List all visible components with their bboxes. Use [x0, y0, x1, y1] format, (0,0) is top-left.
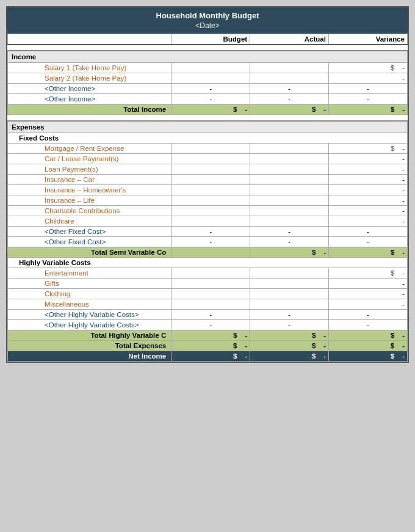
salary2-actual[interactable] [250, 73, 329, 84]
fixed-costs-header: Fixed Costs [8, 133, 408, 143]
ins-car-budget[interactable] [171, 174, 250, 184]
clothing-budget[interactable] [171, 288, 250, 299]
total-var-budget: $ - [171, 330, 250, 340]
total-var-actual: $ - [250, 330, 329, 340]
other-fixed1-budget[interactable]: - [171, 226, 250, 236]
other-var1-budget[interactable]: - [171, 309, 250, 319]
total-income-variance: $ - [328, 104, 407, 115]
gifts-budget[interactable] [171, 278, 250, 288]
other-var1-variance: - [328, 309, 407, 319]
table-row: <Other Fixed Cost> - - - [8, 226, 408, 236]
other-var1-actual[interactable]: - [250, 309, 329, 319]
entertainment-budget[interactable] [171, 268, 250, 278]
salary1-budget[interactable] [171, 63, 250, 73]
ins-life-budget[interactable] [171, 195, 250, 205]
salary2-budget[interactable] [171, 73, 250, 84]
other-fixed2-label: <Other Fixed Cost> [8, 236, 171, 247]
ins-car-variance: - [328, 174, 407, 184]
total-semi-variance: $ - [328, 247, 407, 257]
loan-label: Loan Payment(s) [8, 164, 171, 174]
gifts-actual[interactable] [250, 278, 329, 288]
misc-budget[interactable] [171, 299, 250, 309]
other-var2-label: <Other Highly Variable Costs> [8, 319, 171, 330]
other-income2-actual[interactable]: - [250, 94, 329, 104]
col-header-label [8, 34, 171, 45]
car-actual[interactable] [250, 153, 329, 164]
loan-variance: - [328, 164, 407, 174]
salary2-label: Salary 2 (Take Home Pay) [8, 73, 171, 84]
other-income1-budget[interactable]: - [171, 84, 250, 94]
total-expenses-actual: $ - [250, 340, 329, 351]
table-row: Clothing - [8, 288, 408, 299]
total-income-label: Total Income [8, 104, 171, 115]
entertainment-label: Entertainment [8, 268, 171, 278]
total-highly-variable-row: Total Highly Variable C $ - $ - $ - [8, 330, 408, 340]
entertainment-actual[interactable] [250, 268, 329, 278]
total-semi-variable-row: Total Semi Variable Co $ - $ - [8, 247, 408, 257]
other-fixed2-budget[interactable]: - [171, 236, 250, 247]
other-income2-budget[interactable]: - [171, 94, 250, 104]
salary1-variance: $ - [328, 63, 407, 73]
table-row: Gifts - [8, 278, 408, 288]
spreadsheet: Household Monthly Budget <Date> Budget A… [6, 6, 409, 363]
ins-home-actual[interactable] [250, 184, 329, 195]
col-header-variance: Variance [328, 34, 407, 45]
total-expenses-budget: $ - [171, 340, 250, 351]
table-row: Miscellaneous - [8, 299, 408, 309]
table-row: <Other Highly Variable Costs> - - - [8, 319, 408, 330]
other-income1-actual[interactable]: - [250, 84, 329, 94]
other-var2-actual[interactable]: - [250, 319, 329, 330]
net-income-row: Net Income $ - $ - $ - [8, 351, 408, 361]
total-expenses-variance: $ - [328, 340, 407, 351]
salary1-actual[interactable] [250, 63, 329, 73]
table-row: Childcare - [8, 216, 408, 226]
mortgage-budget[interactable] [171, 143, 250, 153]
table-row: Salary 2 (Take Home Pay) - [8, 73, 408, 84]
charitable-budget[interactable] [171, 205, 250, 216]
ins-life-actual[interactable] [250, 195, 329, 205]
total-income-actual: $ - [250, 104, 329, 115]
car-budget[interactable] [171, 153, 250, 164]
table-row: Entertainment $ - [8, 268, 408, 278]
header-title: Household Monthly Budget [7, 7, 408, 21]
other-fixed2-actual[interactable]: - [250, 236, 329, 247]
table-row: <Other Highly Variable Costs> - - - [8, 309, 408, 319]
other-income1-label: <Other Income> [8, 84, 171, 94]
table-row: <Other Income> - - - [8, 84, 408, 94]
total-semi-actual: $ - [250, 247, 329, 257]
misc-actual[interactable] [250, 299, 329, 309]
table-row: Insurance – Life - [8, 195, 408, 205]
total-expenses-row: Total Expenses $ - $ - $ - [8, 340, 408, 351]
childcare-actual[interactable] [250, 216, 329, 226]
total-income-row: Total Income $ - $ - $ - [8, 104, 408, 115]
table-row: Car / Lease Payment(s) - [8, 153, 408, 164]
total-semi-label: Total Semi Variable Co [8, 247, 171, 257]
net-income-variance: $ - [328, 351, 407, 361]
other-income1-variance: - [328, 84, 407, 94]
charitable-actual[interactable] [250, 205, 329, 216]
car-variance: - [328, 153, 407, 164]
other-fixed1-actual[interactable]: - [250, 226, 329, 236]
header-date: <Date> [7, 21, 408, 34]
total-semi-budget [171, 247, 250, 257]
loan-actual[interactable] [250, 164, 329, 174]
clothing-variance: - [328, 288, 407, 299]
ins-life-label: Insurance – Life [8, 195, 171, 205]
table-row: <Other Fixed Cost> - - - [8, 236, 408, 247]
expenses-section-header: Expenses [8, 121, 408, 133]
misc-label: Miscellaneous [8, 299, 171, 309]
loan-budget[interactable] [171, 164, 250, 174]
clothing-actual[interactable] [250, 288, 329, 299]
ins-life-variance: - [328, 195, 407, 205]
variable-costs-header: Highly Variable Costs [8, 257, 408, 268]
ins-car-actual[interactable] [250, 174, 329, 184]
other-income2-variance: - [328, 94, 407, 104]
ins-home-budget[interactable] [171, 184, 250, 195]
ins-car-label: Insurance – Car [8, 174, 171, 184]
other-income2-label: <Other Income> [8, 94, 171, 104]
clothing-label: Clothing [8, 288, 171, 299]
other-var2-budget[interactable]: - [171, 319, 250, 330]
childcare-budget[interactable] [171, 216, 250, 226]
other-var1-label: <Other Highly Variable Costs> [8, 309, 171, 319]
mortgage-actual[interactable] [250, 143, 329, 153]
